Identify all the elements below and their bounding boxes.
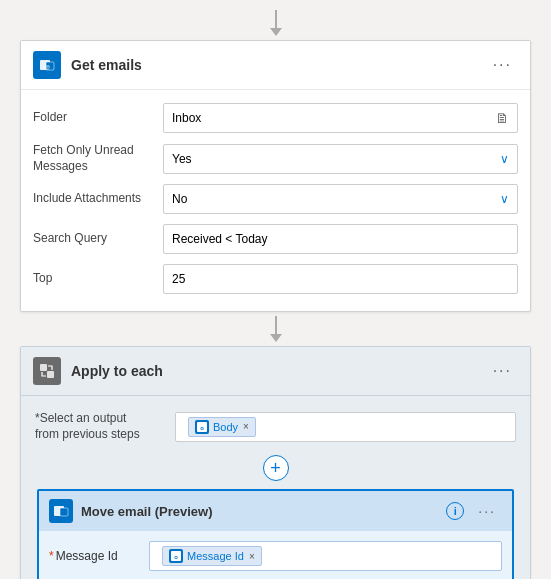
move-folder-row: *Folder Archive 🗎 [49, 575, 502, 579]
fetch-unread-value: Yes [172, 152, 192, 166]
fetch-unread-row: Fetch Only Unread Messages Yes ∨ [33, 138, 518, 179]
body-tag[interactable]: o Body × [188, 417, 256, 437]
select-output-row: *Select an output from previous steps o … [35, 406, 516, 447]
message-id-row: *Message Id o Message Id × [49, 537, 502, 575]
svg-rect-6 [47, 371, 54, 378]
include-attachments-row: Include Attachments No ∨ [33, 179, 518, 219]
apply-each-title: Apply to each [71, 363, 487, 379]
select-output-input[interactable]: o Body × [175, 412, 516, 442]
search-query-input[interactable]: Received < Today [163, 224, 518, 254]
connector-arrow [270, 28, 282, 36]
message-id-tag-remove[interactable]: × [249, 551, 255, 562]
message-id-tag-label: Message Id [187, 550, 244, 562]
svg-text:@: @ [44, 64, 50, 70]
message-id-tag[interactable]: o Message Id × [162, 546, 262, 566]
include-attachments-input[interactable]: No ∨ [163, 184, 518, 214]
include-attachments-value: No [172, 192, 187, 206]
body-tag-label: Body [213, 421, 238, 433]
svg-rect-5 [40, 364, 47, 371]
plus-icon: + [270, 458, 281, 479]
add-inner-action-button[interactable]: + [263, 455, 289, 481]
include-attachments-label: Include Attachments [33, 191, 163, 207]
required-star-1: * [49, 549, 54, 563]
move-email-menu[interactable]: ··· [472, 501, 502, 521]
get-emails-form: Folder Inbox 🗎 Fetch Only Unread Message… [21, 90, 530, 311]
select-output-label: *Select an output from previous steps [35, 411, 175, 442]
apply-each-card: Apply to each ··· *Select an output from… [20, 346, 531, 579]
folder-icon: 🗎 [495, 110, 509, 126]
search-query-label: Search Query [33, 231, 163, 247]
fetch-unread-input[interactable]: Yes ∨ [163, 144, 518, 174]
body-tag-remove[interactable]: × [243, 421, 249, 432]
folder-row: Folder Inbox 🗎 [33, 98, 518, 138]
outlook-icon: @ [33, 51, 61, 79]
fetch-unread-label: Fetch Only Unread Messages [33, 143, 163, 174]
svg-rect-11 [60, 508, 68, 516]
get-emails-card: @ Get emails ··· Folder Inbox 🗎 Fetch On… [20, 40, 531, 312]
folder-input[interactable]: Inbox 🗎 [163, 103, 518, 133]
top-input[interactable]: 25 [163, 264, 518, 294]
include-attachments-dropdown-icon: ∨ [500, 192, 509, 206]
search-query-row: Search Query Received < Today [33, 219, 518, 259]
move-email-outlook-icon [49, 499, 73, 523]
move-email-header: Move email (Preview) i ··· [39, 491, 512, 531]
move-email-body: *Message Id o Message Id × [39, 531, 512, 579]
folder-label: Folder [33, 110, 163, 126]
connector-line [275, 10, 277, 28]
svg-text:o: o [174, 554, 178, 560]
get-emails-title: Get emails [71, 57, 487, 73]
middle-connector [270, 316, 282, 342]
folder-value: Inbox [172, 111, 201, 125]
move-email-info-icon[interactable]: i [446, 502, 464, 520]
svg-text:o: o [200, 425, 204, 431]
top-connector [270, 10, 282, 36]
message-id-label: *Message Id [49, 549, 149, 563]
middle-connector-arrow [270, 334, 282, 342]
tag-outlook-icon: o [195, 420, 209, 434]
move-email-card: Move email (Preview) i ··· *Message Id o [37, 489, 514, 579]
message-id-tag-icon: o [169, 549, 183, 563]
apply-each-menu[interactable]: ··· [487, 360, 518, 382]
apply-each-header: Apply to each ··· [21, 347, 530, 396]
top-row: Top 25 [33, 259, 518, 299]
apply-each-body: *Select an output from previous steps o … [21, 396, 530, 579]
top-label: Top [33, 271, 163, 287]
card-header: @ Get emails ··· [21, 41, 530, 90]
message-id-input[interactable]: o Message Id × [149, 541, 502, 571]
fetch-unread-dropdown-icon: ∨ [500, 152, 509, 166]
middle-connector-line [275, 316, 277, 334]
get-emails-menu[interactable]: ··· [487, 54, 518, 76]
move-email-title: Move email (Preview) [81, 504, 446, 519]
apply-each-icon [33, 357, 61, 385]
search-query-value: Received < Today [172, 232, 268, 246]
top-value: 25 [172, 272, 185, 286]
